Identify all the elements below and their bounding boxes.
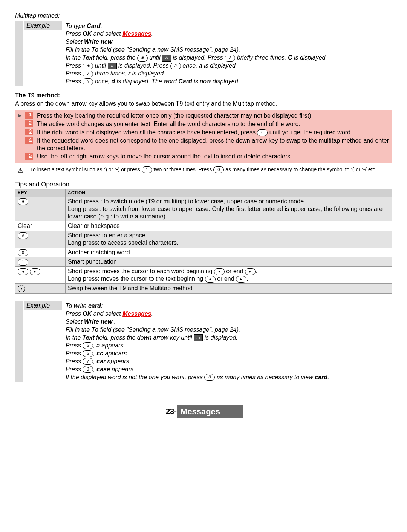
text: In the bbox=[66, 334, 82, 341]
text: until bbox=[149, 54, 162, 61]
mode-a-icon: a bbox=[108, 63, 117, 69]
nav-left-icon: ◂ bbox=[205, 276, 216, 283]
text: Press bbox=[66, 366, 83, 372]
text: appears. bbox=[106, 358, 131, 364]
text: a bbox=[96, 342, 100, 349]
mode-A-icon: A bbox=[162, 55, 171, 62]
t9-steps: ▶ 1 Press the key bearing the required l… bbox=[15, 110, 392, 163]
action-text: Smart punctuation bbox=[66, 257, 392, 266]
step-number: 4 bbox=[25, 137, 33, 144]
key-0-icon: 0 bbox=[257, 129, 268, 136]
text: C bbox=[288, 54, 292, 61]
text: is displayed bbox=[130, 70, 164, 77]
key-3-icon: 3 bbox=[83, 366, 93, 373]
text: and select bbox=[92, 311, 122, 317]
warning-note: ⚠ To insert a text symbol such as :) or … bbox=[15, 166, 392, 175]
key-2-icon: 2 bbox=[83, 342, 93, 349]
multitap-heading: Multitap method: bbox=[15, 12, 392, 20]
text: To write bbox=[66, 303, 88, 309]
key-0-icon: 0 bbox=[204, 374, 215, 381]
text: Press bbox=[66, 62, 83, 69]
step-text: If the right word is not displayed when … bbox=[37, 129, 389, 136]
text: Text bbox=[82, 334, 94, 341]
star-key-icon: ✱ bbox=[83, 63, 93, 69]
text: a bbox=[199, 62, 202, 69]
text: Press bbox=[66, 358, 83, 364]
text: OK bbox=[83, 311, 92, 317]
text: as many times as necessary to view bbox=[217, 374, 315, 380]
key-0-icon: 0 bbox=[18, 249, 28, 256]
star-key-icon: ✱ bbox=[137, 55, 148, 62]
text: , bbox=[93, 366, 96, 372]
action-text: Swap between the T9 and the Multitap met… bbox=[66, 283, 392, 293]
text: field (see "Sending a new SMS message", … bbox=[98, 46, 240, 53]
key-2-icon: 2 bbox=[170, 63, 181, 69]
text: Press bbox=[66, 311, 83, 317]
text: is displayed. Press bbox=[173, 54, 225, 61]
action-text: Another matching word bbox=[66, 248, 392, 257]
text: Fill in the bbox=[66, 326, 91, 333]
step-text: If the requested word does not correspon… bbox=[37, 137, 389, 152]
action-text: Short press: to enter a space. Long pres… bbox=[66, 231, 392, 248]
text: Press bbox=[66, 70, 83, 77]
nav-right-icon: ▸ bbox=[236, 276, 246, 283]
nav-left-icon: ◂ bbox=[214, 268, 225, 275]
col-action: ACTION bbox=[66, 189, 392, 197]
example-label: Example bbox=[24, 21, 62, 30]
text: To insert a text symbol such as :) or :-… bbox=[30, 166, 142, 172]
messages-link[interactable]: Messages bbox=[122, 31, 151, 37]
example-gutter bbox=[15, 21, 23, 86]
text: Text bbox=[82, 54, 94, 61]
messages-link[interactable]: Messages bbox=[122, 311, 151, 317]
tips-table: KEY ACTION ✱ Short press : to switch mod… bbox=[15, 189, 392, 294]
text: appears. bbox=[103, 350, 129, 357]
t9-heading: The T9 method: bbox=[15, 92, 392, 99]
step-number: 2 bbox=[25, 120, 33, 127]
text: Fill in the bbox=[66, 46, 91, 53]
text: appears. bbox=[110, 366, 135, 372]
text: Press bbox=[66, 342, 83, 349]
t9-intro: A press on the down arrow key allows you… bbox=[15, 100, 392, 108]
col-key: KEY bbox=[15, 189, 66, 197]
text: , bbox=[93, 342, 96, 349]
text: case bbox=[96, 366, 110, 372]
action-text: Short press : to switch mode (T9 or mult… bbox=[66, 197, 392, 221]
text: . bbox=[112, 38, 114, 45]
text: briefly three times, bbox=[237, 54, 288, 61]
text: is displayed. Press bbox=[118, 62, 170, 69]
text: Press bbox=[66, 31, 83, 37]
text: as many times as necessary to change the… bbox=[225, 166, 377, 172]
text: . bbox=[151, 311, 153, 317]
text: To type bbox=[66, 23, 87, 29]
text: . bbox=[114, 318, 116, 325]
step-text: Press the key bearing the required lette… bbox=[37, 112, 389, 120]
step-text: The active word changes as you enter tex… bbox=[37, 120, 389, 128]
key-1-icon: 1 bbox=[18, 259, 28, 266]
text: car bbox=[96, 358, 106, 364]
key-1-icon: 1 bbox=[142, 166, 152, 173]
text: is displayed. The word bbox=[115, 78, 178, 85]
text: , bbox=[93, 350, 96, 357]
star-key-icon: ✱ bbox=[18, 198, 28, 205]
example-label: Example bbox=[24, 301, 62, 310]
text: is now displayed. bbox=[192, 78, 240, 85]
tips-heading: Tips and Operation bbox=[15, 180, 392, 188]
text: Press bbox=[66, 78, 83, 85]
nav-right-icon: ▸ bbox=[30, 268, 40, 275]
text: Press bbox=[66, 350, 83, 357]
text: and select bbox=[92, 31, 122, 37]
text: Card bbox=[178, 78, 192, 85]
step-number: 1 bbox=[25, 112, 33, 119]
page-number: 23- bbox=[164, 407, 178, 416]
text: appears. bbox=[100, 342, 125, 349]
example-gutter bbox=[15, 301, 23, 382]
footer-title: Messages bbox=[177, 405, 243, 418]
text: To bbox=[91, 326, 98, 333]
key-2-icon: 2 bbox=[83, 350, 93, 357]
key-text: Clear bbox=[15, 221, 66, 231]
text: is displayed. bbox=[292, 54, 327, 61]
text: Select bbox=[66, 318, 84, 325]
text: Write new bbox=[84, 318, 114, 325]
text: card bbox=[315, 374, 327, 380]
text: Select bbox=[66, 38, 84, 45]
